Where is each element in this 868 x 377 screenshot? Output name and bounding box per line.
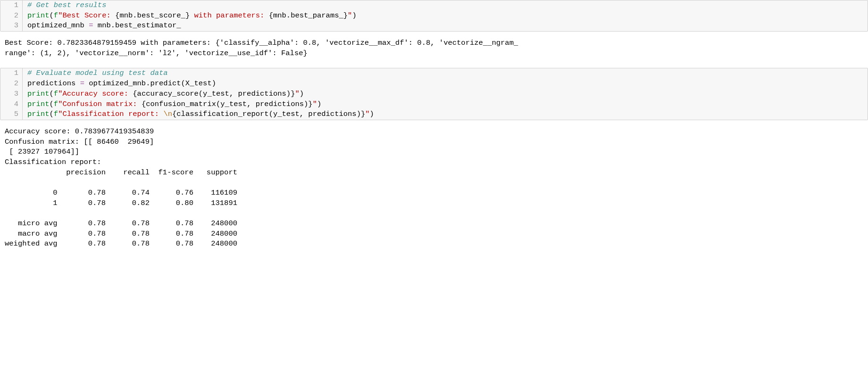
comment: # Evaluate model using test data xyxy=(27,69,168,77)
string-literal: Accuracy score: xyxy=(62,90,133,98)
code-cell-2[interactable]: 1 # Evaluate model using test data 2 pre… xyxy=(0,68,868,120)
builtin-print: print xyxy=(27,100,50,108)
string-literal: with parameters: xyxy=(190,11,268,20)
output-cell-2: Accuracy score: 0.7839677419354839 Confu… xyxy=(0,125,868,250)
string-literal: Best Score: xyxy=(62,11,115,20)
paren: ( xyxy=(50,110,54,118)
f-expr: {accuracy_score(y_test, predictions)} xyxy=(133,90,295,98)
paren: ( xyxy=(50,90,54,98)
paren: ) xyxy=(300,90,304,98)
quote: " xyxy=(313,100,317,108)
quote: " xyxy=(365,110,369,118)
code-line: 3 optimized_mnb = mnb.best_estimator_ xyxy=(0,21,868,31)
code-text: # Evaluate model using test data xyxy=(23,68,173,79)
f-prefix: f xyxy=(54,100,58,108)
code-text: predictions = optimized_mnb.predict(X_te… xyxy=(23,79,221,89)
code-line: 2 print(f"Best Score: {mnb.best_score_} … xyxy=(0,11,868,21)
output-cell-1: Best Score: 0.7823364879159459 with para… xyxy=(0,36,868,59)
code-text: print(f"Confusion matrix: {confusion_mat… xyxy=(23,99,326,110)
code-text: print(f"Classification report: \n{classi… xyxy=(23,109,379,120)
code-cell-1[interactable]: 1 # Get best results 2 print(f"Best Scor… xyxy=(0,0,868,32)
paren: ( xyxy=(50,11,54,20)
operator: = xyxy=(80,79,84,88)
string-literal: Confusion matrix: xyxy=(62,100,141,108)
code-text: print(f"Accuracy score: {accuracy_score(… xyxy=(23,89,309,99)
code-line: 2 predictions = optimized_mnb.predict(X_… xyxy=(0,79,868,89)
line-number: 1 xyxy=(0,68,23,79)
code-text: optimized_mnb = mnb.best_estimator_ xyxy=(23,21,186,31)
f-expr: {mnb.best_params_} xyxy=(269,11,348,20)
paren: ) xyxy=(352,11,356,20)
code-text: # Get best results xyxy=(23,0,111,11)
paren: ) xyxy=(370,110,374,118)
line-number: 4 xyxy=(0,99,23,110)
quote: " xyxy=(348,11,352,20)
builtin-print: print xyxy=(27,110,50,118)
string-literal: Classification report: xyxy=(62,110,163,118)
line-number: 2 xyxy=(0,79,23,89)
quote: " xyxy=(295,90,299,98)
f-prefix: f xyxy=(54,110,58,118)
code-line: 1 # Evaluate model using test data xyxy=(0,68,868,79)
identifier: optimized_mnb xyxy=(27,21,89,30)
f-expr: {classification_report(y_test, predictio… xyxy=(172,110,365,118)
f-expr: {mnb.best_score_} xyxy=(115,11,190,20)
code-line: 5 print(f"Classification report: \n{clas… xyxy=(0,109,868,120)
line-number: 3 xyxy=(0,89,23,99)
line-number: 2 xyxy=(0,11,23,21)
f-prefix: f xyxy=(54,11,58,20)
f-expr: {confusion_matrix(y_test, predictions)} xyxy=(142,100,313,108)
code-line: 4 print(f"Confusion matrix: {confusion_m… xyxy=(0,99,868,110)
builtin-print: print xyxy=(27,90,50,98)
operator: = xyxy=(89,21,93,30)
spacer xyxy=(0,59,868,68)
code-line: 3 print(f"Accuracy score: {accuracy_scor… xyxy=(0,89,868,99)
paren: ) xyxy=(317,100,321,108)
comment: # Get best results xyxy=(27,1,106,9)
identifier: optimized_mnb.predict(X_test) xyxy=(84,79,216,88)
line-number: 1 xyxy=(0,0,23,11)
line-number: 5 xyxy=(0,109,23,120)
paren: ( xyxy=(50,100,54,108)
code-line: 1 # Get best results xyxy=(0,0,868,11)
f-prefix: f xyxy=(54,90,58,98)
builtin-print: print xyxy=(27,11,50,20)
line-number: 3 xyxy=(0,21,23,31)
identifier: mnb.best_estimator_ xyxy=(93,21,181,30)
identifier: predictions xyxy=(27,79,80,88)
code-text: print(f"Best Score: {mnb.best_score_} wi… xyxy=(23,11,361,21)
escape-char: \n xyxy=(163,110,172,118)
